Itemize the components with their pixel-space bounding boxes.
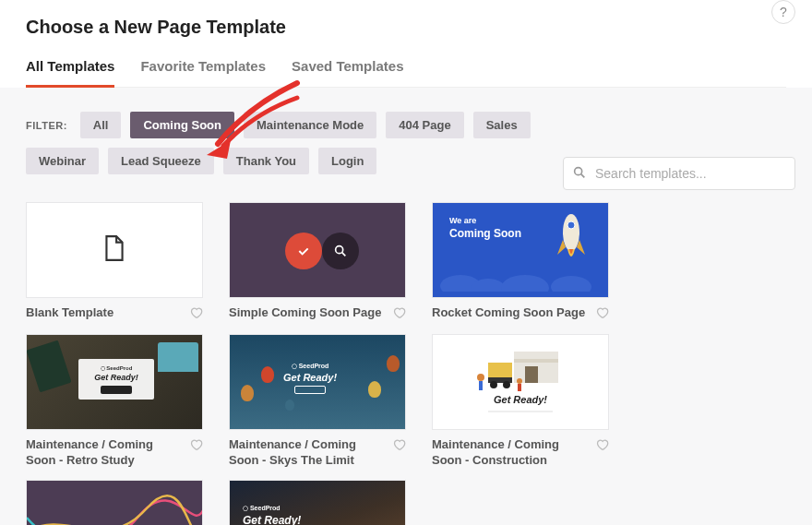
help-icon-glyph: ? [780, 5, 787, 19]
balloon-icon [241, 385, 254, 401]
template-label: Rocket Coming Soon Page [432, 305, 585, 321]
tabs: All Templates Favorite Templates Saved T… [26, 58, 786, 88]
page-title: Choose a New Page Template [26, 17, 786, 38]
template-thumb[interactable]: ◌ SeedProd Get Ready! [229, 334, 406, 430]
template-card-clouds: ◌ SeedProd Get Ready! Maintenance / Comi… [229, 480, 406, 525]
svg-point-9 [551, 276, 591, 292]
svg-point-5 [567, 221, 575, 229]
svg-point-15 [490, 381, 497, 388]
balloon-icon [285, 400, 294, 411]
heart-icon[interactable] [595, 437, 609, 455]
template-thumb[interactable]: ◌ SeedProd Get Ready! [229, 480, 406, 525]
tab-saved-templates[interactable]: Saved Templates [292, 58, 403, 87]
template-thumb[interactable] [229, 202, 406, 298]
thumb-text: ◌ SeedProd Get Ready! [243, 505, 301, 525]
heart-icon[interactable] [595, 305, 609, 323]
tab-favorite-templates[interactable]: Favorite Templates [140, 58, 266, 87]
balloon-icon [261, 366, 274, 383]
template-card-rocket: We are Coming Soon Rocket Coming Soon Pa… [432, 202, 609, 323]
thumb-text: Get Ready! [433, 394, 608, 405]
template-label: Maintenance / Coming Soon - Construction [432, 437, 589, 469]
svg-line-1 [581, 174, 585, 178]
filter-chip-webinar[interactable]: Webinar [26, 148, 99, 174]
svg-point-0 [575, 168, 582, 175]
thumb-text: ◌ SeedProd Get Ready! [78, 359, 154, 400]
svg-rect-20 [518, 384, 521, 391]
filter-chip-sales[interactable]: Sales [473, 112, 531, 138]
filter-chip-maintenance-mode[interactable]: Maintenance Mode [244, 112, 376, 138]
search-wrap [563, 157, 795, 190]
template-label: Maintenance / Coming Soon - Retro Study [26, 437, 183, 469]
template-card-simple: Simple Coming Soon Page [229, 202, 406, 323]
balloon-icon [368, 381, 381, 398]
svg-point-19 [517, 378, 522, 384]
template-grid: Blank Template Simple Coming Soon Page W… [0, 184, 812, 525]
book-icon [26, 340, 71, 393]
clouds-icon [433, 264, 609, 292]
template-thumb[interactable]: Get Ready! [432, 334, 609, 430]
filter-chip-thank-you[interactable]: Thank You [223, 148, 309, 174]
search-input[interactable] [563, 157, 795, 190]
tab-all-templates[interactable]: All Templates [26, 58, 114, 88]
construction-icon [470, 344, 571, 392]
filter-label: FILTER: [26, 120, 67, 131]
typewriter-icon [158, 342, 198, 372]
svg-point-17 [477, 374, 484, 381]
svg-rect-18 [479, 381, 483, 390]
template-label: Blank Template [26, 305, 113, 321]
select-icon [285, 233, 322, 269]
search-icon [572, 165, 587, 184]
template-thumb[interactable]: We are Coming Soon [432, 202, 609, 298]
template-thumb[interactable] [26, 202, 203, 298]
filter-chip-all[interactable]: All [80, 112, 122, 138]
balloon-icon [387, 355, 400, 372]
template-thumb[interactable]: Get Ready! [26, 480, 203, 525]
svg-point-8 [501, 275, 549, 292]
heart-icon[interactable] [392, 437, 406, 455]
template-card-threads: Get Ready! Maintenance / Coming Soon - T… [26, 480, 203, 525]
svg-rect-13 [488, 363, 512, 377]
heart-icon[interactable] [189, 305, 203, 323]
template-card-construction: Get Ready! Maintenance / Coming Soon - C… [432, 334, 609, 469]
template-card-retro: ◌ SeedProd Get Ready! Maintenance / Comi… [26, 334, 203, 469]
svg-rect-12 [525, 366, 538, 383]
template-label: Simple Coming Soon Page [229, 305, 381, 321]
help-icon[interactable]: ? [771, 0, 795, 24]
filter-chip-404-page[interactable]: 404 Page [386, 112, 463, 138]
svg-point-4 [563, 214, 579, 251]
heart-icon[interactable] [189, 437, 203, 455]
heart-icon[interactable] [392, 305, 406, 323]
thumb-text: ◌ SeedProd Get Ready! [283, 363, 337, 394]
divider [488, 411, 553, 412]
filter-chip-login[interactable]: Login [318, 148, 376, 174]
template-thumb[interactable]: ◌ SeedProd Get Ready! [26, 334, 203, 430]
svg-point-16 [503, 381, 510, 388]
file-icon [102, 234, 126, 266]
template-card-skys: ◌ SeedProd Get Ready! Maintenance / Comi… [229, 334, 406, 469]
svg-line-3 [342, 253, 346, 257]
svg-point-2 [336, 246, 343, 254]
filter-chip-lead-squeeze[interactable]: Lead Squeeze [108, 148, 214, 174]
svg-rect-11 [514, 359, 558, 363]
zoom-icon [322, 233, 359, 269]
template-card-blank: Blank Template [26, 202, 203, 323]
template-label: Maintenance / Coming Soon - Skys The Lim… [229, 437, 386, 469]
filter-chip-coming-soon[interactable]: Coming Soon [130, 112, 234, 138]
threads-icon: Get Ready! [27, 481, 203, 525]
thumb-text: We are Coming Soon [449, 216, 521, 241]
